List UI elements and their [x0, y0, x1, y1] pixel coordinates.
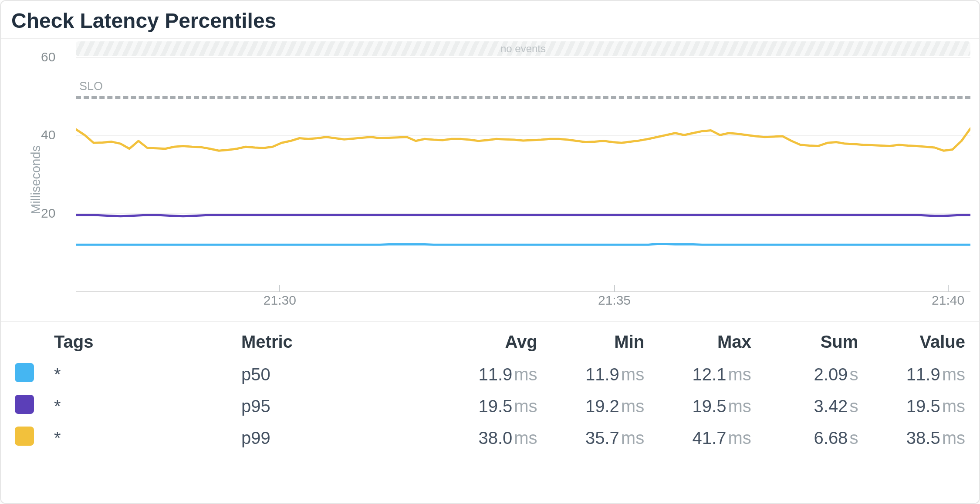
hdr-max: Max	[648, 328, 755, 359]
hdr-sum: Sum	[755, 328, 862, 359]
legend-min: 11.9ms	[541, 359, 648, 390]
legend-sum: 2.09s	[755, 359, 862, 390]
legend-value: 38.5ms	[862, 422, 969, 454]
series-line-p50	[76, 244, 970, 245]
x-tick-label: 21:35	[598, 293, 631, 308]
legend-min: 35.7ms	[541, 422, 648, 454]
legend-tags: *	[51, 359, 238, 390]
hdr-tags: Tags	[51, 328, 238, 359]
legend-avg: 11.9ms	[434, 359, 541, 390]
legend-table: Tags Metric Avg Min Max Sum Value *p5011…	[1, 321, 979, 461]
x-tick-mark	[948, 285, 949, 292]
events-strip[interactable]: no events	[76, 41, 970, 56]
hdr-metric: Metric	[238, 328, 434, 359]
series-swatch	[15, 363, 34, 382]
y-tick-label: 20	[41, 206, 55, 221]
hdr-min: Min	[541, 328, 648, 359]
legend-max: 19.5ms	[648, 390, 755, 422]
x-tick-label: 21:30	[264, 293, 296, 308]
x-axis: 21:3021:3521:40	[76, 292, 970, 321]
plot-zone[interactable]: 204060SLO	[76, 57, 970, 292]
legend-metric: p95	[238, 390, 434, 422]
legend-avg: 38.0ms	[434, 422, 541, 454]
legend-metric: p50	[238, 359, 434, 390]
series-swatch	[15, 427, 34, 446]
legend-sum: 6.68s	[755, 422, 862, 454]
legend-row[interactable]: *p9519.5ms19.2ms19.5ms3.42s19.5ms	[11, 390, 969, 422]
chart-area[interactable]: no events Milliseconds 204060SLO 21:3021…	[1, 38, 979, 321]
latency-panel: Check Latency Percentiles no events Mill…	[0, 0, 980, 504]
legend-table-grid: Tags Metric Avg Min Max Sum Value *p5011…	[11, 328, 969, 454]
x-tick-mark	[279, 285, 280, 292]
y-axis-label: Milliseconds	[29, 145, 43, 214]
legend-tags: *	[51, 422, 238, 454]
legend-avg: 19.5ms	[434, 390, 541, 422]
legend-metric: p99	[238, 422, 434, 454]
panel-title: Check Latency Percentiles	[1, 1, 979, 38]
x-tick-mark	[614, 285, 615, 292]
series-line-p95	[76, 215, 970, 216]
hdr-value: Value	[862, 328, 969, 359]
series-line-p99	[76, 128, 970, 151]
hdr-avg: Avg	[434, 328, 541, 359]
legend-max: 12.1ms	[648, 359, 755, 390]
legend-sum: 3.42s	[755, 390, 862, 422]
chart-svg	[76, 57, 970, 291]
legend-max: 41.7ms	[648, 422, 755, 454]
legend-tags: *	[51, 390, 238, 422]
legend-row[interactable]: *p5011.9ms11.9ms12.1ms2.09s11.9ms	[11, 359, 969, 390]
x-tick-label: 21:40	[932, 293, 964, 308]
legend-header-row: Tags Metric Avg Min Max Sum Value	[11, 328, 969, 359]
y-tick-label: 40	[41, 128, 55, 142]
legend-min: 19.2ms	[541, 390, 648, 422]
legend-value: 19.5ms	[862, 390, 969, 422]
y-tick-label: 60	[41, 50, 55, 64]
series-swatch	[15, 395, 34, 414]
legend-row[interactable]: *p9938.0ms35.7ms41.7ms6.68s38.5ms	[11, 422, 969, 454]
legend-value: 11.9ms	[862, 359, 969, 390]
